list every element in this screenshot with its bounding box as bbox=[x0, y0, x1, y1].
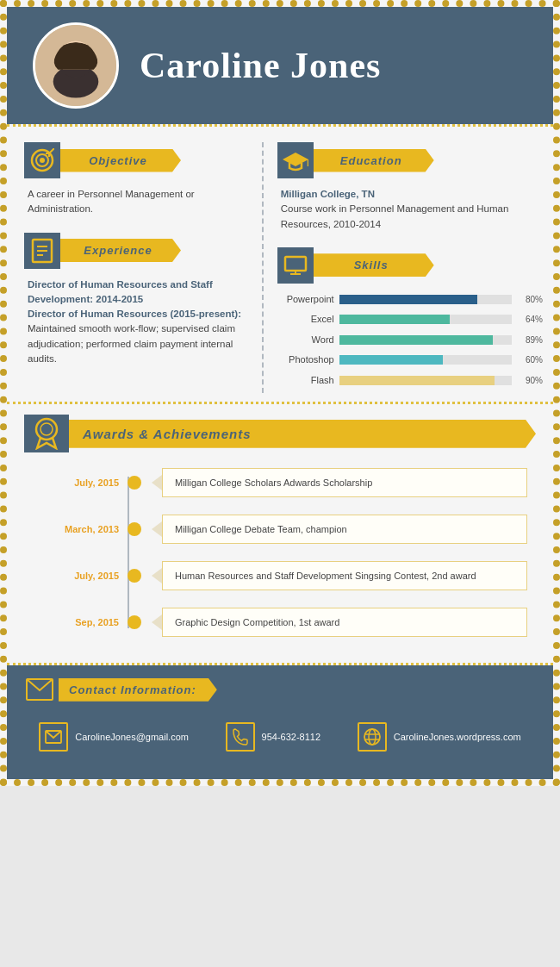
skill-bar-bg-flash bbox=[339, 376, 512, 385]
timeline-arrow-1 bbox=[152, 475, 162, 490]
monitor-icon bbox=[283, 255, 308, 276]
svg-point-11 bbox=[40, 158, 45, 163]
award-icon bbox=[32, 417, 61, 450]
experience-header: Experience bbox=[24, 233, 248, 269]
website-text: CarolineJones.wordpress.com bbox=[394, 732, 521, 742]
experience-banner: Experience bbox=[60, 239, 181, 262]
skills-content: Powerpoint 80% Excel 64% Word bbox=[277, 292, 543, 388]
skill-label-powerpoint: Powerpoint bbox=[281, 292, 334, 307]
svg-point-28 bbox=[364, 729, 380, 745]
header-name: Caroline Jones bbox=[140, 45, 381, 86]
svg-line-12 bbox=[49, 148, 54, 153]
experience-icon-box bbox=[24, 233, 60, 269]
timeline-item-3: July, 2015 Human Resources and Staff Dev… bbox=[33, 561, 527, 590]
timeline-arrow-2 bbox=[152, 521, 162, 537]
education-desc: Course work in Personnel Management and … bbox=[281, 203, 509, 228]
skill-row-excel: Excel 64% bbox=[281, 312, 543, 327]
phone-icon bbox=[233, 728, 248, 746]
objective-icon-box bbox=[24, 142, 60, 178]
globe-icon-box bbox=[358, 722, 387, 752]
skill-label-word: Word bbox=[281, 333, 334, 347]
skill-bar-fill-powerpoint bbox=[339, 295, 477, 304]
school-name: Milligan College, TN bbox=[281, 189, 375, 199]
avatar bbox=[33, 22, 119, 109]
skill-bar-fill-photoshop bbox=[339, 355, 443, 365]
svg-point-25 bbox=[40, 423, 53, 435]
phone-text: 954-632-8112 bbox=[262, 732, 321, 742]
svg-point-29 bbox=[369, 729, 376, 745]
skills-header: Skills bbox=[277, 247, 543, 284]
timeline-date-4: Sep, 2015 bbox=[33, 617, 128, 627]
timeline-box-1: Milligan College Scholars Adwards Schola… bbox=[162, 468, 527, 497]
contact-email: CarolineJones@gmail.com bbox=[39, 722, 189, 752]
timeline-box-2: Milligan College Debate Team, champion bbox=[162, 515, 527, 544]
skill-row-word: Word 89% bbox=[281, 333, 543, 347]
skill-row-flash: Flash 90% bbox=[281, 373, 543, 388]
contact-items: CarolineJones@gmail.com 954-632-8112 bbox=[21, 717, 539, 760]
skill-bar-fill-word bbox=[339, 335, 493, 345]
skill-label-photoshop: Photoshop bbox=[281, 352, 334, 367]
timeline-box-4: Graphic Design Competition, 1st award bbox=[162, 608, 527, 637]
two-column-section: Objective A career in Personnel Manageme… bbox=[7, 127, 553, 402]
skill-pct-flash: 90% bbox=[517, 374, 543, 387]
graduation-cap-icon bbox=[283, 149, 308, 172]
left-column: Objective A career in Personnel Manageme… bbox=[7, 142, 264, 393]
skill-row-powerpoint: Powerpoint 80% bbox=[281, 292, 543, 307]
envelope-header-icon bbox=[26, 678, 53, 701]
email-icon-box bbox=[39, 722, 68, 752]
exp-title-1: Director of Human Resources and Staff De… bbox=[28, 279, 213, 304]
timeline-item-4: Sep, 2015 Graphic Design Competition, 1s… bbox=[33, 608, 527, 637]
timeline-box-3: Human Resources and Staff Development Si… bbox=[162, 561, 527, 590]
target-icon bbox=[30, 148, 54, 172]
education-content: Milligan College, TN Course work in Pers… bbox=[277, 187, 543, 232]
timeline-date-2: March, 2013 bbox=[33, 524, 128, 534]
contact-header: Contact Information: bbox=[21, 674, 539, 705]
exp-title-2: Director of Human Resources (2015-presen… bbox=[28, 309, 241, 319]
skill-pct-photoshop: 60% bbox=[517, 353, 543, 366]
objective-header: Objective bbox=[24, 142, 248, 178]
right-column: Education Milligan College, TN Course wo… bbox=[264, 142, 553, 393]
skill-bar-fill-flash bbox=[339, 376, 495, 385]
phone-icon-box bbox=[226, 722, 255, 752]
skill-bar-bg-word bbox=[339, 335, 512, 345]
objective-content: A career in Personnel Management or Admi… bbox=[24, 187, 248, 217]
svg-rect-21 bbox=[285, 257, 306, 271]
skill-pct-excel: 64% bbox=[517, 313, 543, 326]
awards-section: Awards & Achievements July, 2015 Milliga… bbox=[7, 404, 553, 663]
awards-icon-box bbox=[24, 415, 69, 452]
timeline-date-3: July, 2015 bbox=[33, 571, 128, 581]
timeline-dot-1 bbox=[128, 476, 141, 490]
email-icon bbox=[45, 730, 62, 744]
header: Caroline Jones bbox=[7, 7, 553, 124]
education-icon-box bbox=[277, 142, 314, 178]
skill-label-excel: Excel bbox=[281, 312, 334, 327]
contact-phone: 954-632-8112 bbox=[226, 722, 321, 752]
awards-header: Awards & Achievements bbox=[24, 415, 536, 452]
email-text: CarolineJones@gmail.com bbox=[75, 732, 189, 742]
svg-point-24 bbox=[36, 419, 57, 440]
svg-marker-19 bbox=[283, 153, 308, 166]
timeline-arrow-4 bbox=[152, 615, 162, 630]
skill-bar-bg-excel bbox=[339, 315, 512, 324]
contact-banner: Contact Information: bbox=[59, 678, 217, 702]
timeline-dot-4 bbox=[128, 615, 141, 629]
timeline-dot-3 bbox=[128, 569, 141, 583]
skill-bar-bg-powerpoint bbox=[339, 295, 512, 304]
timeline-item-1: July, 2015 Milligan College Scholars Adw… bbox=[33, 468, 527, 497]
experience-content: Director of Human Resources and Staff De… bbox=[24, 278, 248, 367]
skill-row-photoshop: Photoshop 60% bbox=[281, 352, 543, 367]
globe-icon bbox=[363, 727, 382, 746]
footer-bar bbox=[7, 767, 553, 779]
skills-icon-box bbox=[277, 247, 314, 284]
education-banner: Education bbox=[314, 149, 434, 172]
timeline-item-2: March, 2013 Milligan College Debate Team… bbox=[33, 515, 527, 544]
skill-pct-powerpoint: 80% bbox=[517, 293, 543, 306]
timeline-dot-2 bbox=[128, 522, 141, 536]
contact-icon-box bbox=[21, 674, 59, 705]
resume-container: Caroline Jones Objectiv bbox=[0, 0, 560, 786]
timeline-line bbox=[128, 477, 129, 628]
objective-banner: Objective bbox=[60, 149, 181, 172]
education-header: Education bbox=[277, 142, 543, 178]
timeline-arrow-3 bbox=[152, 568, 162, 583]
skills-banner: Skills bbox=[314, 253, 434, 277]
